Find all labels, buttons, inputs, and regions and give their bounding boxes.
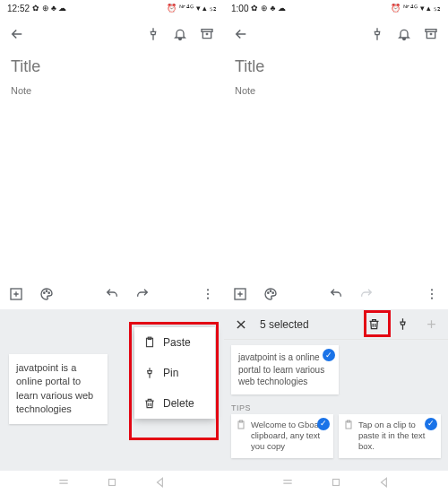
status-icons-right: ⏰ ᴺʳ ⁴ᴳ ▾ ▴ ₅₂ xyxy=(167,4,217,13)
status-bar: 12:52 ✿ ⊕ ♣ ☁ ⏰ ᴺʳ ⁴ᴳ ▾ ▴ ₅₂ xyxy=(0,0,224,16)
menu-paste-label: Paste xyxy=(163,336,191,349)
reminder-action[interactable] xyxy=(392,22,416,46)
screen-left: 12:52 ✿ ⊕ ♣ ☁ ⏰ ᴺʳ ⁴ᴳ ▾ ▴ ₅₂ xyxy=(0,0,224,494)
menu-delete-label: Delete xyxy=(163,397,194,410)
screen-right: 1:00 ✿ ⊕ ♣ ☁ ⏰ ᴺʳ ⁴ᴳ ▾ ▴ ₅₂ xyxy=(224,0,448,494)
clip-text: javatpoint is a online portal to learn v… xyxy=(238,352,324,386)
tip-text: Tap on a clip to paste it in the text bo… xyxy=(358,420,425,452)
nav-back-icon[interactable] xyxy=(378,476,391,489)
svg-rect-11 xyxy=(426,30,436,32)
menu-pin[interactable]: Pin xyxy=(134,358,215,388)
context-menu: Paste Pin Delete xyxy=(134,327,215,419)
svg-point-13 xyxy=(268,292,269,293)
bottom-toolbar xyxy=(0,279,224,309)
delete-selected-button[interactable] xyxy=(364,315,383,334)
back-button[interactable] xyxy=(5,22,29,46)
status-bar: 1:00 ✿ ⊕ ♣ ☁ ⏰ ᴺʳ ⁴ᴳ ▾ ▴ ₅₂ xyxy=(224,0,448,16)
title-input[interactable] xyxy=(235,57,437,76)
close-selection-button[interactable] xyxy=(231,315,251,334)
archive-action[interactable] xyxy=(195,22,219,46)
nav-home-icon[interactable] xyxy=(330,476,342,489)
svg-rect-0 xyxy=(202,30,212,32)
reminder-action[interactable] xyxy=(168,22,192,46)
more-icon[interactable] xyxy=(423,285,441,303)
svg-rect-23 xyxy=(333,480,340,486)
svg-point-7 xyxy=(207,298,209,299)
selected-count: 5 selected xyxy=(260,318,355,331)
more-icon[interactable] xyxy=(199,285,217,303)
nav-home-icon[interactable] xyxy=(106,476,118,489)
svg-point-3 xyxy=(46,290,47,291)
status-time: 12:52 xyxy=(7,4,30,13)
clip-icon xyxy=(236,420,246,430)
svg-point-16 xyxy=(431,289,433,290)
paste-icon xyxy=(143,336,156,349)
checked-icon: ✓ xyxy=(425,418,437,430)
nav-back-icon[interactable] xyxy=(154,476,167,489)
app-bar xyxy=(0,16,224,52)
clip-icon xyxy=(343,420,354,430)
clipboard-panel: javatpoint is a online portal to learn v… xyxy=(0,309,224,471)
palette-icon[interactable] xyxy=(262,285,280,303)
pin-action[interactable] xyxy=(142,22,165,46)
tips-label: TIPS xyxy=(224,400,448,414)
tip-card[interactable]: Welcome to Gboard clipboard, any text yo… xyxy=(231,414,333,458)
menu-paste[interactable]: Paste xyxy=(134,327,215,358)
clipboard-card[interactable]: javatpoint is a online portal to learn v… xyxy=(231,345,339,394)
tip-card[interactable]: Tap on a clip to paste it in the text bo… xyxy=(339,414,441,458)
status-icons-right: ⏰ ᴺʳ ⁴ᴳ ▾ ▴ ₅₂ xyxy=(391,4,441,13)
nav-recents-icon[interactable] xyxy=(281,476,294,489)
note-input[interactable] xyxy=(235,85,437,96)
undo-icon[interactable] xyxy=(327,285,345,303)
status-icons-left: ✿ ⊕ ♣ ☁ xyxy=(32,4,66,13)
svg-point-4 xyxy=(48,292,49,293)
svg-point-18 xyxy=(431,298,433,299)
pin-selected-button[interactable] xyxy=(392,315,412,334)
status-time: 1:00 xyxy=(231,4,248,13)
delete-icon xyxy=(143,397,156,410)
svg-rect-10 xyxy=(109,480,116,486)
app-bar xyxy=(224,16,448,52)
pin-icon xyxy=(143,367,156,379)
svg-point-5 xyxy=(207,289,209,290)
nav-recents-icon[interactable] xyxy=(57,476,70,489)
nav-bar xyxy=(224,471,448,494)
pin-action[interactable] xyxy=(366,22,389,46)
redo-icon[interactable] xyxy=(134,285,151,303)
tip-text: Welcome to Gboard clipboard, any text yo… xyxy=(251,420,326,452)
svg-point-2 xyxy=(44,292,45,293)
svg-point-14 xyxy=(270,290,271,291)
svg-point-6 xyxy=(207,293,209,295)
selection-bar: 5 selected xyxy=(224,309,448,340)
checked-icon: ✓ xyxy=(323,349,335,361)
checked-icon: ✓ xyxy=(317,418,330,430)
status-icons-left: ✿ ⊕ ♣ ☁ xyxy=(251,4,285,13)
add-clip-button[interactable] xyxy=(421,315,441,334)
redo-icon xyxy=(358,285,375,303)
add-box-icon[interactable] xyxy=(231,285,249,303)
clipboard-card[interactable]: javatpoint is a online portal to learn v… xyxy=(9,354,108,424)
svg-point-15 xyxy=(272,292,273,293)
note-input[interactable] xyxy=(11,85,213,96)
nav-bar xyxy=(0,471,224,494)
clipboard-panel: 5 selected javatpoint is a online portal… xyxy=(224,309,448,471)
title-input[interactable] xyxy=(11,57,213,76)
back-button[interactable] xyxy=(229,22,253,46)
add-box-icon[interactable] xyxy=(7,285,25,303)
menu-pin-label: Pin xyxy=(163,367,178,379)
menu-delete[interactable]: Delete xyxy=(134,388,215,419)
bottom-toolbar xyxy=(224,279,448,309)
palette-icon[interactable] xyxy=(38,285,56,303)
undo-icon[interactable] xyxy=(103,285,121,303)
svg-point-17 xyxy=(431,293,433,295)
archive-action[interactable] xyxy=(419,22,443,46)
